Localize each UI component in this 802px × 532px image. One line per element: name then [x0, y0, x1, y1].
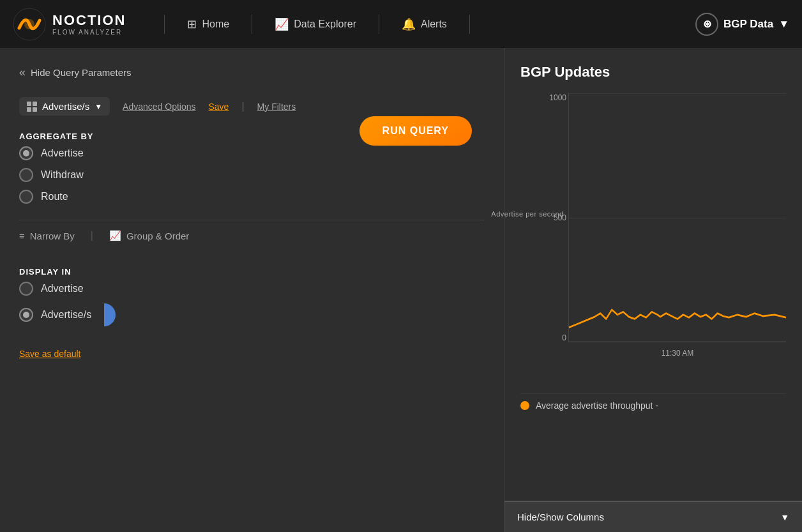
group-order-label: Group & Order: [126, 231, 189, 241]
grid-line-mid: [569, 218, 786, 218]
grid-line-bot: [569, 341, 786, 342]
display-option-advertise[interactable]: Advertise: [19, 282, 485, 296]
display-option-advertise-s[interactable]: Advertise/s: [19, 303, 485, 326]
bgp-dropdown-arrow: ▼: [778, 18, 789, 31]
chevron-left-icon: «: [19, 66, 26, 79]
bgp-icon: ⊛: [695, 13, 718, 36]
toolbar-row: Advertise/s ▼ Advanced Options Save | My…: [19, 97, 485, 116]
my-filters-link[interactable]: My Filters: [257, 102, 296, 112]
hide-show-label: Hide/Show Columns: [517, 512, 604, 522]
hide-query-bar[interactable]: « Hide Query Parameters: [19, 61, 485, 84]
legend-area: Average advertise throughput -: [520, 393, 786, 411]
blue-arc-indicator: [104, 303, 116, 326]
aggregate-option-route[interactable]: Route: [19, 190, 485, 204]
save-link[interactable]: Save: [209, 102, 229, 112]
logo-text: NOCTION FLOW ANALYZER: [52, 12, 126, 36]
aggregate-section: AGGREGATE BY Advertise Withdraw Route RU…: [19, 125, 485, 204]
nav-alerts[interactable]: 🔔 Alerts: [392, 17, 457, 31]
narrow-by-icon: ≡: [19, 231, 25, 241]
nav-home-label: Home: [202, 19, 229, 30]
logo: NOCTION FLOW ANALYZER: [13, 8, 126, 41]
nav-divider-1: [164, 15, 165, 34]
save-as-default-link[interactable]: Save as default: [19, 349, 485, 359]
run-btn-container: RUN QUERY: [359, 125, 472, 146]
aggregate-label-withdraw: Withdraw: [41, 169, 84, 181]
y-label-500: 500: [554, 213, 566, 222]
aggregate-radio-route[interactable]: [19, 190, 33, 204]
display-radio-group: Advertise Advertise/s: [19, 282, 485, 326]
nav-bgp-data[interactable]: ⊛ BGP Data ▼: [695, 13, 789, 36]
grid-line-top: [569, 93, 786, 94]
nav-data-explorer-label: Data Explorer: [294, 19, 356, 30]
hide-query-label: Hide Query Parameters: [31, 67, 132, 78]
narrow-by-label: Narrow By: [30, 231, 75, 241]
aggregate-label-advertise: Advertise: [41, 148, 84, 159]
chart-plot: 11:30 AM: [568, 93, 786, 342]
aggregate-option-withdraw[interactable]: Withdraw: [19, 168, 485, 182]
run-query-button[interactable]: RUN QUERY: [359, 116, 472, 146]
aggregate-radio-advertise[interactable]: [19, 146, 33, 160]
display-section: DISPLAY IN Advertise Advertise/s: [19, 261, 485, 326]
group-order-tab[interactable]: 📈 Group & Order: [109, 230, 189, 241]
query-type-selector[interactable]: Advertise/s ▼: [19, 97, 110, 116]
left-panel: « Hide Query Parameters Advertise/s ▼ Ad…: [0, 48, 504, 532]
legend-label: Average advertise throughput -: [536, 400, 658, 411]
narrow-by-tab[interactable]: ≡ Narrow By: [19, 231, 75, 241]
nav-divider-3: [379, 15, 379, 34]
display-radio-advertise-s[interactable]: [19, 308, 33, 322]
home-icon: ⊞: [187, 17, 197, 31]
nav-data-explorer[interactable]: 📈 Data Explorer: [265, 17, 366, 31]
legend-dot: [520, 401, 529, 410]
y-label-0: 0: [562, 333, 566, 342]
nav-divider-4: [469, 15, 470, 34]
display-in-label: DISPLAY IN: [19, 267, 485, 277]
top-navigation: NOCTION FLOW ANALYZER ⊞ Home 📈 Data Expl…: [0, 0, 802, 48]
chart-title: BGP Updates: [520, 64, 786, 80]
chart-area: BGP Updates Advertise per second 1000 50…: [504, 48, 802, 501]
svg-point-1: [24, 19, 34, 29]
aggregate-label-route: Route: [41, 191, 68, 202]
nav-divider-2: [252, 15, 252, 34]
hide-show-chevron: ▼: [780, 512, 789, 522]
nav-alerts-label: Alerts: [421, 19, 447, 30]
aggregate-option-advertise[interactable]: Advertise: [19, 146, 485, 160]
main-content: « Hide Query Parameters Advertise/s ▼ Ad…: [0, 48, 802, 532]
chart-container: Advertise per second 1000 500 0: [520, 93, 786, 361]
grid-icon: [27, 102, 37, 112]
right-panel: BGP Updates Advertise per second 1000 50…: [504, 48, 802, 532]
query-type-label: Advertise/s: [42, 101, 89, 112]
logo-icon: [13, 8, 46, 41]
y-axis: 1000 500 0: [536, 93, 571, 342]
nav-home[interactable]: ⊞ Home: [178, 17, 239, 31]
display-radio-advertise[interactable]: [19, 282, 33, 296]
hide-show-columns[interactable]: Hide/Show Columns ▼: [504, 501, 802, 532]
pipe-divider: |: [241, 101, 244, 112]
advanced-options-link[interactable]: Advanced Options: [123, 102, 195, 112]
tabs-row: ≡ Narrow By | 📈 Group & Order: [19, 220, 485, 241]
aggregate-radio-group: Advertise Withdraw Route: [19, 146, 485, 204]
query-type-arrow: ▼: [95, 102, 102, 111]
tabs-divider: |: [91, 230, 93, 241]
nav-bgp-label: BGP Data: [723, 18, 773, 31]
x-axis-label: 11:30 AM: [662, 349, 694, 358]
y-label-1000: 1000: [549, 93, 566, 102]
logo-subtitle: FLOW ANALYZER: [52, 29, 126, 36]
alerts-icon: 🔔: [402, 17, 416, 31]
display-label-advertise-s: Advertise/s: [41, 309, 91, 321]
data-explorer-icon: 📈: [275, 17, 289, 31]
display-label-advertise: Advertise: [41, 283, 84, 294]
logo-name: NOCTION: [52, 12, 126, 29]
aggregate-radio-withdraw[interactable]: [19, 168, 33, 182]
group-order-icon: 📈: [109, 230, 121, 241]
